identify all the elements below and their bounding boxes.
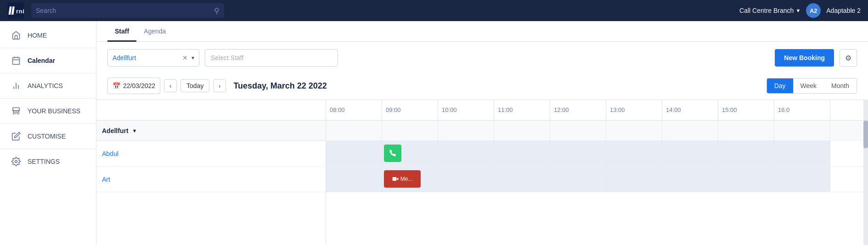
cell-art-1500 bbox=[718, 167, 774, 192]
location-value: Adellfurt bbox=[113, 54, 179, 61]
phone-event-abdul[interactable] bbox=[384, 145, 401, 162]
gear-icon bbox=[11, 156, 21, 167]
svg-point-11 bbox=[15, 161, 17, 163]
cell-abdul-1400 bbox=[662, 141, 718, 166]
settings-button[interactable]: ⚙ bbox=[840, 49, 857, 67]
cell-art-0800 bbox=[326, 167, 382, 192]
sidebar: HOME Calendar ANALYTICS YOUR BUSINESS bbox=[0, 21, 96, 245]
location-dropdown[interactable]: Adellfurt ✕ ▾ bbox=[107, 49, 199, 67]
sidebar-item-customise[interactable]: CUSTOMISE bbox=[0, 126, 96, 147]
staff-row-abdul: Abdul bbox=[96, 141, 326, 167]
avatar: A2 bbox=[806, 3, 821, 18]
sidebar-divider-3 bbox=[0, 98, 96, 99]
new-booking-button[interactable]: New Booking bbox=[775, 49, 834, 67]
sidebar-item-settings[interactable]: SETTINGS bbox=[0, 151, 96, 172]
time-label-1200: 12:00 bbox=[550, 100, 606, 120]
group-collapse-icon[interactable]: ▼ bbox=[132, 128, 137, 134]
view-day-button[interactable]: Day bbox=[767, 78, 793, 93]
cell-art-1100 bbox=[494, 167, 550, 192]
scrollbar-thumb[interactable] bbox=[863, 121, 868, 148]
staff-name-abdul[interactable]: Abdul bbox=[102, 150, 118, 157]
topnav: rni ⚲ Call Centre Branch ▼ A2 Adaptable … bbox=[0, 0, 868, 21]
sidebar-item-analytics[interactable]: ANALYTICS bbox=[0, 75, 96, 96]
date-nav: 📅 22/03/2022 ‹ Today › Tuesday, March 22… bbox=[96, 74, 868, 100]
group-header-cell-3 bbox=[438, 121, 494, 140]
tab-agenda[interactable]: Agenda bbox=[136, 21, 173, 42]
search-bar[interactable]: ⚲ bbox=[31, 3, 224, 18]
sidebar-divider-5 bbox=[0, 149, 96, 149]
sidebar-item-label: YOUR BUSINESS bbox=[28, 107, 80, 115]
sidebar-item-label: CUSTOMISE bbox=[28, 133, 66, 140]
sidebar-divider bbox=[0, 48, 96, 48]
search-icon: ⚲ bbox=[214, 6, 220, 15]
sidebar-divider-4 bbox=[0, 123, 96, 124]
today-button[interactable]: Today bbox=[180, 79, 209, 92]
main-content: Staff Agenda Adellfurt ✕ ▾ Select Staff … bbox=[96, 21, 868, 245]
group-header-cell-8 bbox=[718, 121, 774, 140]
group-header-cell-6 bbox=[606, 121, 662, 140]
group-label: Adellfurt bbox=[102, 127, 129, 134]
current-date-label: Tuesday, March 22 2022 bbox=[233, 81, 762, 91]
cell-abdul-0900 bbox=[382, 141, 438, 166]
cell-art-0900: Me... bbox=[382, 167, 438, 192]
user-name: Adaptable 2 bbox=[826, 7, 861, 14]
time-label-1500: 15:00 bbox=[718, 100, 774, 120]
select-staff-placeholder: Select Staff bbox=[211, 54, 243, 61]
topnav-right: Call Centre Branch ▼ A2 Adaptable 2 bbox=[739, 3, 861, 18]
group-header-cell-9 bbox=[774, 121, 830, 140]
svg-text:rni: rni bbox=[16, 8, 24, 15]
prev-date-button[interactable]: ‹ bbox=[164, 79, 177, 92]
tab-staff[interactable]: Staff bbox=[107, 21, 136, 42]
date-value: 22/03/2022 bbox=[123, 82, 155, 89]
staff-name-art[interactable]: Art bbox=[102, 176, 110, 183]
layout: HOME Calendar ANALYTICS YOUR BUSINESS bbox=[0, 21, 868, 245]
svg-rect-13 bbox=[392, 177, 396, 181]
view-week-button[interactable]: Week bbox=[793, 78, 824, 93]
timeline-group-header-row bbox=[326, 121, 863, 141]
view-toggle: Day Week Month bbox=[767, 78, 857, 94]
date-picker-button[interactable]: 📅 22/03/2022 bbox=[107, 78, 160, 94]
staff-row-art: Art bbox=[96, 167, 326, 192]
tabs-bar: Staff Agenda bbox=[96, 21, 868, 42]
cell-art-1400 bbox=[662, 167, 718, 192]
next-date-button[interactable]: › bbox=[213, 79, 226, 92]
select-staff-dropdown[interactable]: Select Staff bbox=[205, 49, 338, 67]
sidebar-item-home[interactable]: HOME bbox=[0, 25, 96, 46]
sidebar-item-label: Calendar bbox=[28, 57, 55, 64]
sidebar-item-label: HOME bbox=[28, 32, 47, 39]
timeline-row-abdul bbox=[326, 141, 863, 167]
vertical-scrollbar[interactable] bbox=[863, 121, 868, 245]
clear-location-button[interactable]: ✕ bbox=[182, 55, 188, 61]
cell-abdul-1000 bbox=[438, 141, 494, 166]
calendar-icon bbox=[11, 56, 21, 66]
cell-abdul-1600 bbox=[774, 141, 830, 166]
cell-art-1200 bbox=[550, 167, 606, 192]
view-month-button[interactable]: Month bbox=[824, 78, 857, 93]
branch-dropdown[interactable]: Call Centre Branch ▼ bbox=[739, 7, 800, 14]
cell-art-1300 bbox=[606, 167, 662, 192]
time-label-1300: 13:00 bbox=[606, 100, 662, 120]
video-event-art[interactable]: Me... bbox=[384, 170, 421, 188]
logo: rni bbox=[7, 2, 24, 19]
sidebar-item-calendar[interactable]: Calendar bbox=[0, 50, 96, 71]
cell-abdul-1200 bbox=[550, 141, 606, 166]
time-label-1400: 14:00 bbox=[662, 100, 718, 120]
group-header-cell-4 bbox=[494, 121, 550, 140]
search-input[interactable] bbox=[36, 7, 210, 14]
calendar-small-icon: 📅 bbox=[113, 82, 120, 89]
time-label-1100: 11:00 bbox=[494, 100, 550, 120]
time-slots-header: 08:00 09:00 10:00 11:00 12:00 bbox=[326, 100, 863, 120]
timeline-area: Me... bbox=[326, 121, 863, 245]
group-header-cell bbox=[326, 121, 382, 140]
cell-art-1600 bbox=[774, 167, 830, 192]
time-label-0900: 09:00 bbox=[382, 100, 438, 120]
timeline-row-art: Me... bbox=[326, 167, 863, 192]
scrollbar-track[interactable] bbox=[863, 100, 868, 120]
cell-abdul-1100 bbox=[494, 141, 550, 166]
time-label-1600: 16:0 bbox=[774, 100, 830, 120]
svg-marker-12 bbox=[396, 178, 398, 180]
cell-abdul-0800 bbox=[326, 141, 382, 166]
sidebar-item-your-business[interactable]: YOUR BUSINESS bbox=[0, 100, 96, 122]
cell-abdul-1300 bbox=[606, 141, 662, 166]
edit-icon bbox=[11, 131, 21, 141]
